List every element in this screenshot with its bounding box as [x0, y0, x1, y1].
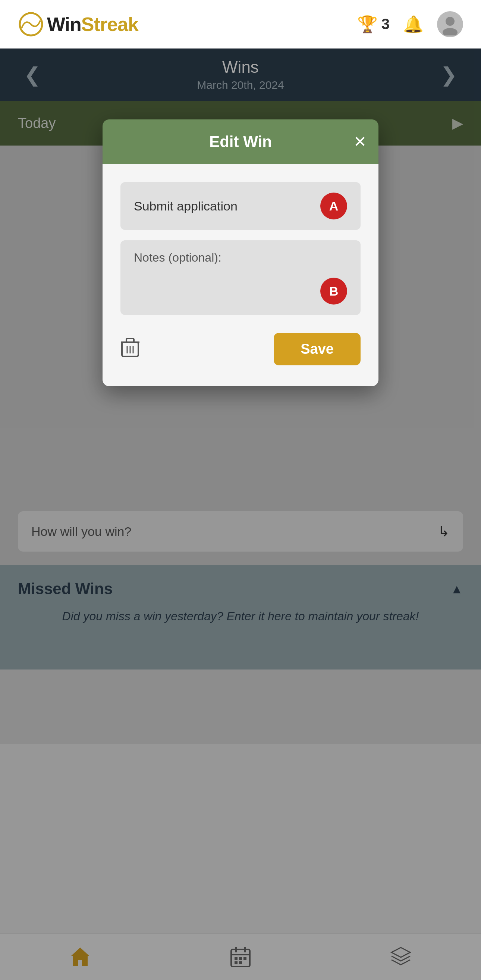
header-icons: 🏆 3 🔔	[357, 11, 463, 37]
svg-point-1	[446, 17, 454, 26]
trophy-count: 3	[381, 16, 390, 32]
delete-button[interactable]	[121, 337, 140, 362]
header: WinStreak 🏆 3 🔔	[0, 0, 481, 49]
logo-icon	[18, 11, 44, 37]
avatar-icon	[439, 13, 461, 35]
modal-body: Submit application A Notes (optional): B	[103, 164, 378, 386]
logo-text: WinStreak	[47, 13, 138, 35]
notes-placeholder-text: Notes (optional):	[134, 251, 221, 265]
trophy-icon: 🏆	[357, 14, 378, 34]
avatar[interactable]	[437, 11, 463, 37]
application-name-field[interactable]: Submit application A	[121, 182, 360, 230]
bell-icon[interactable]: 🔔	[403, 14, 424, 34]
svg-rect-5	[126, 339, 134, 342]
notes-field[interactable]: Notes (optional): B	[121, 240, 360, 315]
trophy-container[interactable]: 🏆 3	[357, 14, 390, 34]
save-button[interactable]: Save	[274, 333, 360, 365]
logo: WinStreak	[18, 11, 138, 37]
modal-title: Edit Win	[209, 133, 272, 151]
badge-a: A	[320, 192, 347, 220]
close-button[interactable]: ✕	[354, 134, 367, 150]
badge-b-container: B	[320, 278, 347, 304]
svg-point-2	[443, 28, 457, 35]
badge-b: B	[320, 278, 347, 304]
modal-footer: Save	[121, 333, 360, 365]
logo-streak: Streak	[81, 13, 138, 35]
edit-win-modal: Edit Win ✕ Submit application A Notes (o…	[103, 119, 378, 386]
modal-header: Edit Win ✕	[103, 119, 378, 164]
logo-win: Win	[47, 13, 81, 35]
application-name-text: Submit application	[134, 199, 238, 213]
